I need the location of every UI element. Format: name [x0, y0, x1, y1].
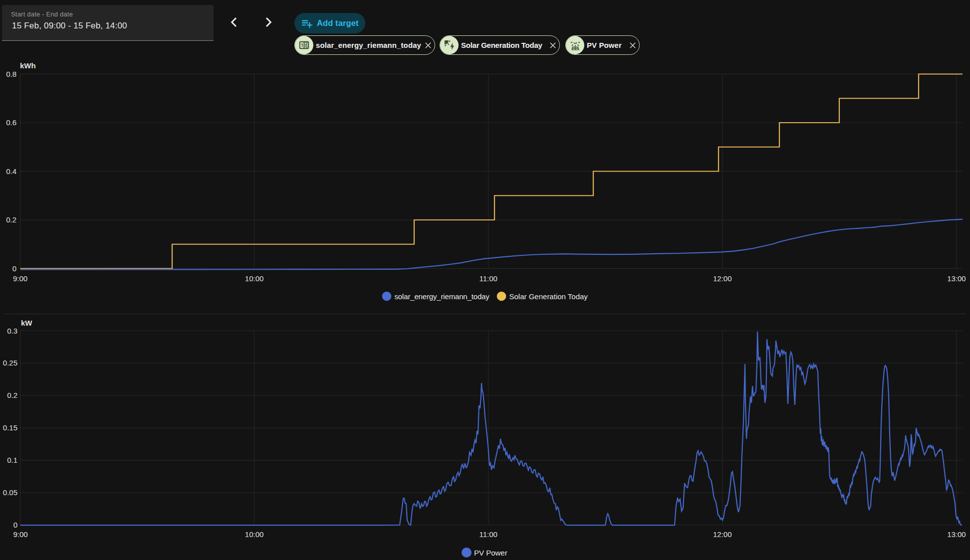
svg-text:0: 0 — [13, 521, 17, 529]
svg-text:0.05: 0.05 — [3, 488, 17, 497]
svg-text:12:00: 12:00 — [713, 530, 732, 539]
svg-text:0.3: 0.3 — [7, 327, 17, 335]
svg-text:9:00: 9:00 — [13, 530, 27, 539]
svg-text:Solar Generation Today: Solar Generation Today — [509, 292, 588, 301]
svg-text:9:00: 9:00 — [13, 274, 27, 283]
svg-text:0.2: 0.2 — [7, 391, 17, 399]
svg-text:0.2: 0.2 — [6, 215, 16, 224]
svg-text:0.1: 0.1 — [7, 456, 17, 464]
svg-text:0.15: 0.15 — [3, 423, 17, 432]
svg-text:0.8: 0.8 — [6, 70, 16, 78]
svg-text:solar_energy_riemann_today: solar_energy_riemann_today — [395, 292, 490, 301]
svg-text:kW: kW — [21, 319, 32, 327]
svg-text:10:00: 10:00 — [245, 274, 264, 283]
svg-text:10:00: 10:00 — [245, 530, 264, 539]
svg-text:13:00: 13:00 — [947, 530, 966, 539]
svg-text:0: 0 — [12, 264, 16, 273]
svg-text:0.6: 0.6 — [6, 118, 16, 127]
svg-text:12:00: 12:00 — [713, 274, 732, 283]
svg-text:13:00: 13:00 — [947, 274, 966, 283]
svg-text:PV Power: PV Power — [474, 549, 507, 557]
svg-text:kWh: kWh — [20, 61, 36, 70]
svg-text:11:00: 11:00 — [479, 274, 497, 283]
svg-text:0.4: 0.4 — [6, 167, 16, 176]
svg-text:11:00: 11:00 — [479, 530, 497, 539]
svg-text:0.25: 0.25 — [3, 359, 17, 367]
